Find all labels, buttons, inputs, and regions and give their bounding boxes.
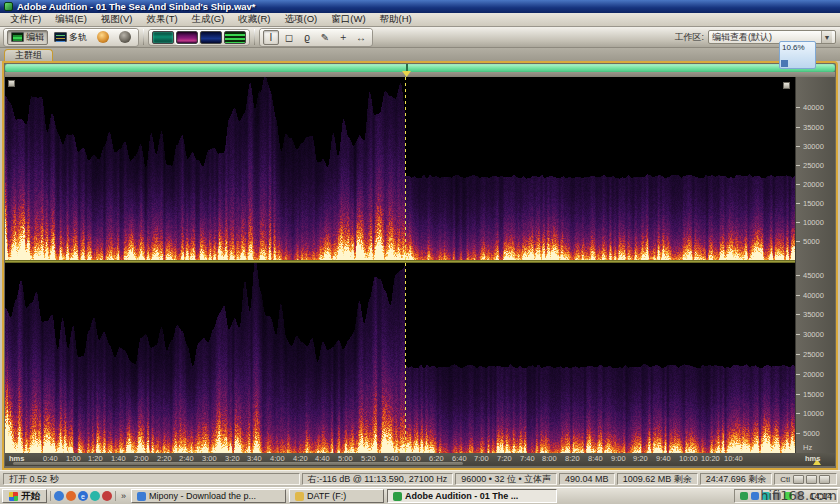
time-label-1:20: 1:20 [88, 454, 103, 463]
time-label-1:40: 1:40 [111, 454, 126, 463]
time-label-6:40: 6:40 [452, 454, 467, 463]
freq-label-top-15000: 15000 [803, 199, 824, 208]
workspace-dropdown[interactable]: 编辑查看(默认) ▼ [708, 30, 836, 44]
time-label-8:00: 8:00 [542, 454, 557, 463]
freq-label-bottom-30000: 30000 [803, 330, 824, 339]
time-label-8:20: 8:20 [565, 454, 580, 463]
time-label-5:00: 5:00 [338, 454, 353, 463]
menu-item-7[interactable]: 窗口(W) [325, 13, 371, 26]
task-label: Adobe Audition - 01 The ... [405, 491, 518, 501]
start-label: 开始 [21, 490, 40, 503]
navigator-cursor-notch [406, 64, 408, 72]
tray-messenger-icon[interactable] [751, 492, 759, 500]
tab-main-group[interactable]: 主群组 [4, 49, 53, 61]
workspace-label: 工作区: [674, 31, 704, 44]
frequency-ruler[interactable]: 4000035000300002500020000150001000050004… [795, 77, 835, 453]
toolbar-separator [143, 29, 144, 45]
menu-item-4[interactable]: 生成(G) [186, 13, 231, 26]
watermark: hifi168.com [760, 488, 837, 503]
menu-item-2[interactable]: 视图(V) [95, 13, 139, 26]
freq-label-bottom-35000: 35000 [803, 310, 824, 319]
msn-icon[interactable] [90, 491, 100, 501]
task-button-1[interactable]: DATF (F:) [289, 489, 384, 503]
zoom-percent-tooltip: 10.6% [779, 41, 816, 69]
status-bar: 打开 0.52 秒 右:-116 dB @ 11:13.590, 27100 H… [0, 470, 840, 487]
ie-icon[interactable]: e [78, 491, 88, 501]
cd-view-button[interactable] [93, 30, 113, 45]
time-label-3:40: 3:40 [247, 454, 262, 463]
freq-tick [796, 354, 800, 355]
multitrack-view-button[interactable]: 多轨 [50, 30, 91, 45]
freq-tick [796, 394, 800, 395]
time-label-10:40: 10:40 [724, 454, 743, 463]
spectral-display-row: 4000035000300002500020000150001000050004… [5, 77, 835, 453]
multitrack-view-label: 多轨 [69, 31, 87, 44]
freq-label-bottom-45000: 45000 [803, 271, 824, 280]
time-selection-tool[interactable]: I [263, 30, 279, 45]
lasso-selection-tool[interactable]: ϱ [299, 30, 315, 45]
start-button[interactable]: 开始 [2, 489, 47, 503]
freq-label-bottom-40000: 40000 [803, 291, 824, 300]
task-button-2[interactable]: Adobe Audition - 01 The ... [387, 489, 557, 503]
spectrogram-display[interactable] [5, 77, 795, 453]
freq-label-bottom-10000: 10000 [803, 409, 824, 418]
menu-item-5[interactable]: 收藏(R) [232, 13, 276, 26]
freq-label-bottom-20000: 20000 [803, 370, 824, 379]
firefox-icon[interactable] [66, 491, 76, 501]
time-label-3:20: 3:20 [225, 454, 240, 463]
chevron-down-icon[interactable]: ▼ [821, 31, 832, 43]
freq-tick [796, 413, 800, 414]
freq-tick [796, 275, 800, 276]
quick-launch-bar: e [50, 491, 116, 501]
spectral-pan-display-button[interactable] [200, 31, 222, 44]
channel-select-handle-right[interactable] [783, 82, 790, 89]
edit-view-button[interactable]: 编辑 [7, 30, 48, 45]
task-buttons: Mipony - Download the p...DATF (F:)Adobe… [131, 489, 731, 503]
adobe-audition-window: Adobe Audition - 01 The Sea And Sinbad's… [0, 0, 840, 504]
zoom-percent-value: 10.6% [782, 43, 805, 52]
time-label-7:40: 7:40 [520, 454, 535, 463]
time-label-3:00: 3:00 [202, 454, 217, 463]
quick-launch-overflow[interactable]: » [119, 491, 128, 501]
channel-select-handle-left[interactable] [8, 80, 15, 87]
status-hint: 打开 0.52 秒 [3, 473, 300, 485]
time-label-7:20: 7:20 [497, 454, 512, 463]
brush-selection-tool[interactable]: ✎ [317, 30, 333, 45]
freq-label-top-10000: 10000 [803, 218, 824, 227]
zoom-navigator-bar[interactable] [5, 64, 835, 72]
tray-network-icon[interactable] [740, 492, 748, 500]
freq-tick [796, 184, 800, 185]
time-label-0:40: 0:40 [43, 454, 58, 463]
toolbar-separator [254, 29, 255, 45]
freq-tick [796, 314, 800, 315]
panel-tab-row: 主群组 [0, 48, 840, 61]
task-button-0[interactable]: Mipony - Download the p... [131, 489, 286, 503]
status-file-size: 490.04 MB [559, 473, 615, 485]
time-label-4:40: 4:40 [315, 454, 330, 463]
menu-bar: 文件(F)编辑(E)视图(V)效果(T)生成(G)收藏(R)选项(O)窗口(W)… [0, 13, 840, 27]
spectral-phase-display-button[interactable] [224, 31, 246, 44]
title-bar[interactable]: Adobe Audition - 01 The Sea And Sinbad's… [0, 0, 840, 13]
menu-item-8[interactable]: 帮助(H) [374, 13, 418, 26]
menu-item-1[interactable]: 编辑(E) [49, 13, 93, 26]
waveform-icon [11, 32, 24, 42]
marquee-selection-tool[interactable]: ◻ [281, 30, 297, 45]
time-label-6:20: 6:20 [429, 454, 444, 463]
mouse-status-icon [793, 475, 804, 484]
bridge-button[interactable] [115, 30, 135, 45]
spectral-frequency-display-button[interactable] [176, 31, 198, 44]
freq-label-top-35000: 35000 [803, 123, 824, 132]
time-label-9:00: 9:00 [611, 454, 626, 463]
waveform-display-button[interactable] [152, 31, 174, 44]
effects-paintbrush-tool[interactable]: ＋ [335, 30, 351, 45]
resize-grip-icon[interactable] [819, 475, 830, 484]
time-label-5:20: 5:20 [361, 454, 376, 463]
time-ruler[interactable]: hms0:401:001:201:402:002:202:403:003:203… [5, 453, 835, 466]
menu-item-3[interactable]: 效果(T) [140, 13, 183, 26]
winamp-icon[interactable] [102, 491, 112, 501]
menu-item-0[interactable]: 文件(F) [4, 13, 47, 26]
menu-item-6[interactable]: 选项(O) [279, 13, 324, 26]
media-player-icon[interactable] [54, 491, 64, 501]
taskbar: 开始 e » Mipony - Download the p...DATF (F… [0, 487, 840, 504]
scrub-tool[interactable]: ↔ [353, 30, 369, 45]
